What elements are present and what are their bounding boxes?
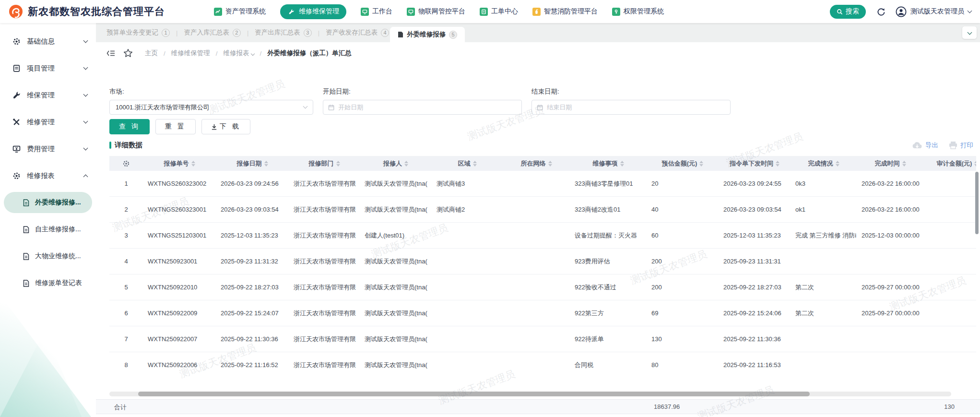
table-row[interactable]: 5WXTN2509220102025-09-22 18:27:03浙江天农市场管… bbox=[109, 274, 976, 300]
favorite-star-icon[interactable] bbox=[123, 48, 133, 59]
nav-item-maintenance-mgmt[interactable]: 维修维保管理 bbox=[280, 4, 346, 19]
sidebar-item-project-mgmt[interactable]: 项目管理 bbox=[0, 55, 96, 82]
sort-icon[interactable] bbox=[699, 159, 703, 168]
column-header[interactable]: 完成情况 bbox=[791, 159, 857, 168]
sidebar-item-basic-info[interactable]: 基础信息 bbox=[0, 28, 96, 55]
sidebar-subitem-dispatch-register[interactable]: 维修派单登记表 bbox=[0, 270, 96, 297]
table-cell: 测试商铺2 bbox=[432, 205, 503, 214]
table-row[interactable]: 4WXTN2509230012025-09-23 11:31:32浙江天农市场管… bbox=[109, 249, 976, 274]
sort-icon[interactable] bbox=[336, 159, 340, 168]
table-row[interactable]: 3WXTNGS2512030012025-12-03 11:35:23浙江天农市… bbox=[109, 223, 976, 249]
sort-icon[interactable] bbox=[620, 159, 624, 168]
sidebar-subitem-label: 外委维修报修... bbox=[35, 198, 81, 207]
end-date-picker[interactable] bbox=[531, 100, 731, 115]
nav-item-workbench[interactable]: 工作台 bbox=[361, 7, 392, 16]
download-button[interactable]: 下 载 bbox=[201, 119, 250, 134]
table-cell: WXTNGS260323001 bbox=[143, 206, 216, 213]
table-row[interactable]: 6WXTN2509220092025-09-22 15:24:07浙江天农市场管… bbox=[109, 300, 976, 326]
table-cell: 浙江天农市场管理有限 bbox=[289, 231, 360, 240]
table-row[interactable]: 7WXTN2509220072025-09-22 11:30:36浙江天农市场管… bbox=[109, 326, 976, 352]
tab-asset-inbound[interactable]: 资产入库汇总表 2 bbox=[184, 28, 241, 37]
tab-asset-outbound[interactable]: 资产出库汇总表 3 bbox=[255, 28, 312, 37]
horizontal-scrollbar-thumb[interactable] bbox=[138, 392, 810, 396]
sort-icon[interactable] bbox=[902, 159, 906, 168]
table-cell: 浙江天农市场管理有限 bbox=[289, 257, 360, 266]
column-header[interactable]: 审计金额(元) bbox=[924, 159, 976, 168]
nav-item-iot-platform[interactable]: 物联网管控平台 bbox=[407, 7, 465, 16]
nav-label: 物联网管控平台 bbox=[418, 7, 465, 16]
sidebar-subitem-property-repair-stats[interactable]: 大物业维修统... bbox=[0, 243, 96, 270]
tab-asset-inventory[interactable]: 资产收发存汇总表 4 bbox=[326, 28, 389, 37]
sort-icon[interactable] bbox=[404, 159, 408, 168]
table-cell: 20 bbox=[647, 180, 719, 187]
sidebar-item-maintenance[interactable]: 维保管理 bbox=[0, 82, 96, 108]
print-button[interactable]: 打印 bbox=[949, 141, 973, 150]
column-header[interactable]: 报修人 bbox=[360, 159, 432, 168]
column-header[interactable]: 报修日期 bbox=[216, 159, 289, 168]
column-header[interactable]: 报修部门 bbox=[289, 159, 360, 168]
column-header[interactable]: 指令单下发时间 bbox=[719, 159, 791, 168]
column-header[interactable]: 维修事项 bbox=[570, 159, 647, 168]
sort-icon[interactable] bbox=[473, 159, 477, 168]
chevron-down-icon bbox=[83, 145, 88, 150]
sort-icon[interactable] bbox=[548, 159, 552, 168]
sidebar-item-fee-mgmt[interactable]: 费用管理 bbox=[0, 135, 96, 162]
reset-button[interactable]: 重 置 bbox=[155, 119, 196, 134]
nav-item-workorder-center[interactable]: 工单中心 bbox=[480, 7, 518, 16]
tab-bar: 预算单业务变更记 1 | 资产入库汇总表 2 | 资产出库汇总表 3 | 资产收… bbox=[96, 23, 980, 42]
collapse-sidebar-icon[interactable] bbox=[106, 48, 116, 59]
column-header-label: 审计金额(元) bbox=[937, 159, 972, 168]
sidebar-subitem-self-repair[interactable]: 自主维修报修... bbox=[0, 216, 96, 243]
tab-budget-change[interactable]: 预算单业务变更记 1 bbox=[106, 28, 170, 37]
table-row[interactable]: 1WXTNGS2603230022026-03-23 09:24:56浙江天农市… bbox=[109, 171, 976, 197]
column-header[interactable]: 预估金额(元) bbox=[647, 159, 719, 168]
sort-icon[interactable] bbox=[191, 159, 195, 168]
sidebar-subitem-outsourced-repair[interactable]: 外委维修报修... bbox=[4, 192, 92, 213]
column-config-header[interactable] bbox=[109, 160, 143, 167]
table-cell: WXTN250922010 bbox=[143, 284, 216, 291]
breadcrumb-level1[interactable]: 维修维保管理 bbox=[171, 49, 210, 58]
column-header[interactable]: 完成时间 bbox=[857, 159, 924, 168]
nav-item-permission-system[interactable]: 权限管理系统 bbox=[612, 7, 664, 16]
sort-icon[interactable] bbox=[264, 159, 268, 168]
column-header[interactable]: 区域 bbox=[432, 159, 503, 168]
breadcrumb-home[interactable]: 主页 bbox=[145, 49, 158, 58]
chevron-down-icon bbox=[303, 104, 308, 109]
export-button[interactable]: 导出 bbox=[912, 141, 938, 150]
market-select[interactable]: 10001.浙江天农市场管理有限公司 bbox=[109, 100, 313, 115]
sort-icon[interactable] bbox=[776, 159, 779, 168]
breadcrumb-level2[interactable]: 维修报表 bbox=[224, 49, 254, 58]
sort-icon[interactable] bbox=[974, 159, 976, 168]
start-date-picker[interactable] bbox=[323, 100, 522, 115]
vertical-scrollbar[interactable] bbox=[975, 172, 979, 234]
query-button[interactable]: 查 询 bbox=[109, 119, 150, 134]
sidebar-item-repair-reports[interactable]: 维修报表 bbox=[0, 162, 96, 189]
horizontal-scrollbar-track[interactable] bbox=[109, 392, 951, 396]
user-menu[interactable]: 测试版天农管理员 bbox=[896, 6, 971, 17]
tab-outsourced-repair[interactable]: 外委维修报修 5 bbox=[390, 27, 465, 42]
table-row[interactable]: 8WXTN2509220062025-09-22 11:16:52浙江天农市场管… bbox=[109, 352, 976, 369]
start-date-input[interactable] bbox=[338, 104, 517, 111]
table-cell: 测试版天农管理员(tna( bbox=[360, 335, 432, 344]
nav-item-fire-platform[interactable]: 智慧消防管理平台 bbox=[532, 7, 598, 16]
market-label: 市场: bbox=[109, 87, 313, 96]
tab-overflow-button[interactable] bbox=[962, 26, 977, 39]
tab-label: 资产入库汇总表 bbox=[184, 28, 229, 37]
column-header-label: 所在网络 bbox=[521, 159, 546, 168]
tab-badge: 3 bbox=[304, 29, 312, 37]
end-date-label: 结束日期: bbox=[531, 87, 731, 96]
nav-item-asset-system[interactable]: 资产管理系统 bbox=[214, 7, 266, 16]
table-cell: 测试版天农管理员(tna( bbox=[360, 205, 432, 214]
end-date-input[interactable] bbox=[547, 104, 725, 111]
column-header[interactable]: 所在网络 bbox=[503, 159, 570, 168]
sidebar-item-label: 维保管理 bbox=[27, 91, 84, 100]
column-header[interactable]: 报修单号 bbox=[143, 159, 216, 168]
table-row[interactable]: 2WXTNGS2603230012026-03-23 09:03:54浙江天农市… bbox=[109, 197, 976, 223]
search-button[interactable]: 搜索 bbox=[830, 5, 866, 19]
app-logo-icon bbox=[9, 4, 23, 19]
sort-icon[interactable] bbox=[836, 159, 839, 168]
table-cell: 8 bbox=[109, 361, 143, 369]
refresh-icon[interactable] bbox=[875, 6, 886, 17]
table-cell: 2025-09-22 11:30:36 bbox=[719, 335, 791, 343]
sidebar-item-repair-mgmt[interactable]: 维修管理 bbox=[0, 108, 96, 135]
